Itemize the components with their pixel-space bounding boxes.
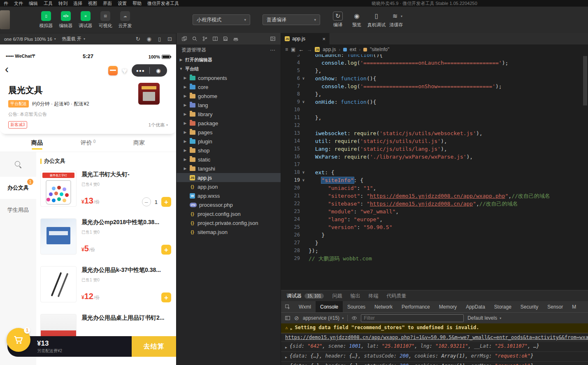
devtools-tab-AppData[interactable]: AppData bbox=[461, 301, 490, 312]
category-item[interactable]: 学生用品 bbox=[0, 199, 36, 221]
code-text[interactable]: } bbox=[307, 231, 325, 239]
panel-tab-调试器[interactable]: 调试器15, 101 bbox=[287, 292, 324, 299]
hot-reload-toggle[interactable]: 热重载 开 bbox=[62, 36, 81, 42]
rotate-icon[interactable]: ↻ bbox=[136, 36, 140, 42]
code-text[interactable]: }, bbox=[307, 67, 321, 75]
nav-forward-icon[interactable]: → bbox=[307, 47, 312, 53]
fold-chevron-icon[interactable]: ∨ bbox=[300, 168, 307, 176]
tree-item-tangshi[interactable]: ▶tangshi bbox=[177, 164, 281, 173]
add-to-cart-button[interactable]: + bbox=[161, 292, 171, 302]
devtools-tab-M[interactable]: M bbox=[567, 301, 581, 312]
tree-item-package[interactable]: ▶package bbox=[177, 119, 281, 128]
code-text[interactable]: "siteroot": "https://demo15.ynjdzzd008.c… bbox=[307, 192, 550, 200]
console-row-obj[interactable]: ▶{data: {…}, header: {…}, statusCode: 20… bbox=[281, 352, 588, 362]
open-editors-section[interactable]: ▶ 打开的编辑器 bbox=[177, 55, 281, 64]
remote-debug-button[interactable]: ▯真机调试 bbox=[366, 12, 387, 28]
compile-mode-dropdown[interactable]: 普通编译 ▾ bbox=[263, 14, 320, 25]
cloud-dev-button[interactable]: ☁云开发 bbox=[115, 11, 135, 29]
console-row-obj[interactable]: ▶{data: {…}, header: {…}, statusCode: 20… bbox=[281, 362, 588, 365]
code-text[interactable] bbox=[307, 106, 309, 114]
code-text[interactable]: } bbox=[307, 239, 318, 247]
eye-icon[interactable] bbox=[351, 315, 357, 321]
debugger-button[interactable]: ≡调试器 bbox=[76, 11, 95, 29]
back-icon[interactable]: ‹ bbox=[5, 63, 9, 76]
coupon-dropdown[interactable]: 1个优惠 ▾ bbox=[149, 122, 168, 128]
minus-button[interactable]: – bbox=[142, 197, 151, 206]
code-text[interactable]: ext: { bbox=[307, 168, 335, 176]
category-search[interactable] bbox=[0, 152, 36, 177]
fold-chevron-icon[interactable]: ∨ bbox=[300, 176, 307, 184]
expand-caret-icon[interactable]: ▶ bbox=[285, 344, 287, 351]
visualization-button[interactable]: ⊞可视化 bbox=[95, 11, 115, 29]
tree-item-app.json[interactable]: {}app.json bbox=[177, 182, 281, 191]
bookmark-icon[interactable]: ▣ bbox=[291, 47, 295, 52]
code-text[interactable]: console.log('=================onLaunch==… bbox=[307, 59, 508, 67]
menu-item-7[interactable]: 界面 bbox=[100, 0, 115, 7]
user-avatar[interactable] bbox=[0, 10, 10, 29]
menu-item-5[interactable]: 选择 bbox=[70, 0, 85, 7]
code-text[interactable]: WxParse: require('./library/wxParse/wxPa… bbox=[307, 153, 473, 161]
tree-item-pages[interactable]: ▶pages bbox=[177, 128, 281, 137]
preview-button[interactable]: ◉预览 bbox=[347, 12, 366, 28]
fold-chevron-icon[interactable]: ∨ bbox=[300, 75, 307, 82]
nav-back-icon[interactable]: ← bbox=[298, 47, 304, 53]
outline-icon[interactable]: ≡ bbox=[285, 47, 288, 52]
tree-item-components[interactable]: ▶components bbox=[177, 73, 281, 82]
editor-scrollbar[interactable] bbox=[583, 56, 587, 105]
tree-item-project.config.json[interactable]: {}project.config.json bbox=[177, 209, 281, 218]
code-text[interactable]: "module": "we7_wmall", bbox=[307, 208, 399, 215]
code-text[interactable]: }); bbox=[307, 247, 318, 255]
code-text[interactable]: iwebsocket: require('static/js/utils/web… bbox=[307, 129, 483, 137]
code-text[interactable]: Lang: require('static/js/utils/lang.js')… bbox=[307, 145, 447, 153]
add-to-cart-button[interactable]: + bbox=[161, 245, 171, 255]
console-sidebar-icon[interactable] bbox=[285, 315, 291, 321]
menu-item-3[interactable]: 工具 bbox=[41, 0, 56, 7]
tree-item-app.js[interactable]: JSapp.js bbox=[177, 173, 281, 182]
close-miniprogram-icon[interactable]: ◉ bbox=[150, 68, 167, 74]
tree-item-processor.php[interactable]: phpprocessor.php bbox=[177, 200, 281, 209]
console-row-link[interactable]: https://demo15.ynjdzzd008.cn/app/wxapp.p… bbox=[281, 333, 588, 342]
device-select[interactable]: one 6/7/8 Plus 100% 16 bbox=[4, 37, 52, 42]
tree-item-core[interactable]: ▶core bbox=[177, 82, 281, 91]
devtools-tab-Memory[interactable]: Memory bbox=[435, 301, 461, 312]
mode-dropdown[interactable]: 小程序模式 ▾ bbox=[193, 14, 250, 25]
more-menu-icon[interactable]: ●●● bbox=[132, 68, 149, 73]
search-icon[interactable] bbox=[192, 36, 198, 42]
code-text[interactable]: }, bbox=[307, 114, 321, 122]
tree-item-sitemap.json[interactable]: {}sitemap.json bbox=[177, 227, 281, 236]
expand-caret-icon[interactable]: ▶ bbox=[285, 354, 287, 360]
code-text[interactable] bbox=[307, 161, 309, 168]
store-tab-商家[interactable]: 商家 bbox=[133, 134, 145, 152]
record-icon[interactable]: ◉ bbox=[147, 36, 151, 42]
code-text[interactable]: console.log('=================onShow====… bbox=[307, 82, 502, 90]
breadcrumb-file[interactable]: app.js bbox=[323, 47, 336, 52]
menu-item-0[interactable]: 件 bbox=[1, 0, 11, 7]
inspect-element-icon[interactable] bbox=[281, 301, 294, 312]
close-icon[interactable]: × bbox=[322, 36, 325, 42]
devtools-tab-Sources[interactable]: Sources bbox=[343, 301, 370, 312]
split-editor-icon[interactable] bbox=[212, 36, 218, 42]
code-text[interactable]: "lang": "europe", bbox=[307, 215, 383, 223]
code-text[interactable]: onLaunch: function(){ bbox=[307, 54, 383, 59]
phone-frame-icon[interactable]: ▯ bbox=[158, 36, 161, 42]
tree-item-static[interactable]: ▶static bbox=[177, 155, 281, 164]
tree-item-plugin[interactable]: ▶plugin bbox=[177, 137, 281, 146]
devtools-tab-Network[interactable]: Network bbox=[370, 301, 397, 312]
devtools-tab-Console[interactable]: Console bbox=[316, 301, 343, 312]
expand-caret-icon[interactable]: ▶ bbox=[291, 326, 293, 332]
menu-item-8[interactable]: 设置 bbox=[115, 0, 130, 7]
devtools-tab-Performance[interactable]: Performance bbox=[397, 301, 435, 312]
tree-item-project.private.config.json[interactable]: {}project.private.config.json bbox=[177, 218, 281, 227]
save-all-icon[interactable] bbox=[223, 36, 228, 42]
collapse-panel-icon[interactable] bbox=[270, 36, 276, 42]
code-text[interactable]: onShow: function(){ bbox=[307, 75, 376, 82]
favorite-heart-icon[interactable]: ♥ bbox=[122, 66, 127, 75]
files-icon[interactable] bbox=[181, 36, 187, 42]
code-text[interactable]: "sitebase": "https://demo15.ynjdzzd008.c… bbox=[307, 200, 518, 208]
code-text[interactable]: // 大鹏源码 wobbt.com bbox=[307, 255, 372, 262]
tree-item-shop[interactable]: ▶shop bbox=[177, 146, 281, 155]
more-actions-icon[interactable]: ⋯ bbox=[270, 47, 276, 53]
tree-item-lang[interactable]: ▶lang bbox=[177, 101, 281, 110]
breadcrumb-symbol-ext[interactable]: ext bbox=[350, 47, 356, 52]
panel-tab-代码质量[interactable]: 代码质量 bbox=[386, 292, 406, 299]
